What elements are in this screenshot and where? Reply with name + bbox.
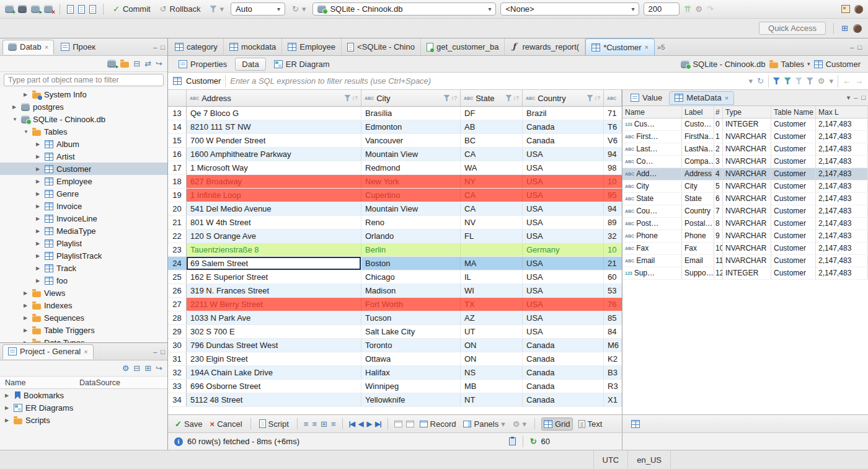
cell-country[interactable]: USA <box>523 148 604 161</box>
column-datasource[interactable]: DataSource <box>79 378 167 387</box>
tree-item[interactable]: ▶ Invoice <box>0 200 167 212</box>
cell-city[interactable]: Chicago <box>361 270 461 284</box>
cell-postalcode[interactable]: 10 <box>604 243 622 256</box>
tab-projects[interactable]: Проек <box>55 40 101 55</box>
editor-tab[interactable]: Employee <box>282 38 342 55</box>
meta-cell-name[interactable]: ABC City <box>622 181 682 192</box>
breadcrumb-tables[interactable]: Tables ▾ <box>769 60 810 69</box>
meta-cell-label[interactable]: FirstNa… <box>682 131 714 143</box>
meta-cell-maxlength[interactable]: 2,147,483 <box>816 131 868 143</box>
tree-item[interactable]: ▶ InvoiceLine <box>0 212 167 225</box>
cell-state[interactable]: FL <box>461 230 523 243</box>
table-row[interactable]: 23 Tauentzienstraße 8 Berlin Germany 10 <box>168 243 622 257</box>
meta-cell-label[interactable]: Phone <box>682 230 714 242</box>
meta-cell-name[interactable]: ABC Co… <box>622 156 682 168</box>
table-row[interactable]: 22 120 S Orange Ave Orlando FL USA 32 <box>168 230 622 243</box>
cell-country[interactable]: Brazil <box>523 107 604 120</box>
cell-address[interactable]: Qe 7 Bloco G <box>187 107 361 120</box>
meta-cell-number[interactable]: 10 <box>714 243 723 254</box>
cell-state[interactable]: BC <box>461 134 523 147</box>
cell-country[interactable]: USA <box>523 270 604 284</box>
column-filter-icon[interactable] <box>443 95 450 101</box>
row-number[interactable]: 13 <box>168 107 187 120</box>
cell-postalcode[interactable]: 89 <box>604 216 622 229</box>
column-filter-icon[interactable] <box>505 95 512 101</box>
maximize-panel-icon[interactable]: □ <box>861 94 866 102</box>
metadata-row[interactable]: ABC First… FirstNa… 1 NVARCHAR Customer … <box>622 131 868 143</box>
cell-city[interactable]: Winnipeg <box>361 380 461 393</box>
row-number[interactable]: 17 <box>168 161 187 174</box>
tree-item[interactable]: ▶ Indexes <box>0 299 167 311</box>
row-number[interactable]: 31 <box>168 352 187 365</box>
row-number[interactable]: 21 <box>168 216 187 229</box>
editor-tab[interactable]: rewards_report( <box>505 38 585 55</box>
view-menu-icon[interactable]: ↪ <box>156 364 162 373</box>
column-header-state[interactable]: ABC State ↕? <box>461 90 523 106</box>
meta-cell-name[interactable]: ABC Email <box>622 255 682 267</box>
project-settings-icon[interactable]: ⚙ <box>122 364 130 373</box>
tree-item[interactable]: ▶ Customer <box>0 163 167 175</box>
meta-cell-type[interactable]: INTEGER <box>723 118 771 130</box>
meta-cell-type[interactable]: NVARCHAR <box>723 181 771 192</box>
close-icon[interactable]: × <box>725 94 728 102</box>
meta-cell-label[interactable]: Country <box>682 205 714 217</box>
collapse-all-icon[interactable]: ⊟ <box>133 59 140 68</box>
row-number[interactable]: 34 <box>168 393 187 406</box>
cell-state[interactable]: CA <box>461 148 523 161</box>
project-tree-item[interactable]: ▶ Bookmarks <box>0 389 167 401</box>
sort-indicator-icon[interactable]: ↕? <box>513 95 519 101</box>
grid-view-button[interactable]: Grid <box>541 418 573 431</box>
connect-icon[interactable] <box>31 5 40 13</box>
link-with-editor-icon[interactable]: ⇄ <box>144 59 151 68</box>
meta-cell-table[interactable]: Customer <box>771 143 816 155</box>
metadata-row[interactable]: ABC Add… Address 4 NVARCHAR Customer 2,1… <box>622 168 868 181</box>
row-number[interactable]: 20 <box>168 202 187 215</box>
cell-address[interactable]: 120 S Orange Ave <box>187 230 361 243</box>
dbeaver-perspective-icon[interactable] <box>853 24 862 33</box>
panel-menu-icon[interactable]: ▾ <box>847 94 851 102</box>
cell-address[interactable]: 302 S 700 E <box>187 325 361 338</box>
cell-address[interactable]: 194A Chain Lake Drive <box>187 366 361 379</box>
expand-arrow-icon[interactable]: ▶ <box>12 104 18 110</box>
cell-country[interactable]: Canada <box>523 380 604 393</box>
expand-arrow-icon[interactable]: ▶ <box>36 253 42 259</box>
meta-cell-table[interactable]: Customer <box>771 118 816 130</box>
disconnect-icon[interactable] <box>44 5 53 13</box>
tree-item[interactable]: ▶ Album <box>0 138 167 150</box>
table-row[interactable]: 33 696 Osborne Street Winnipeg MB Canada… <box>168 380 622 393</box>
cell-city[interactable]: Madison <box>361 284 461 297</box>
cell-state[interactable]: TX <box>461 298 523 311</box>
meta-cell-maxlength[interactable]: 2,147,483 <box>816 156 868 168</box>
row-number[interactable]: 27 <box>168 298 187 311</box>
meta-column-table[interactable]: Table Name <box>771 106 816 118</box>
cell-postalcode[interactable]: M6 <box>604 339 622 352</box>
meta-cell-type[interactable]: NVARCHAR <box>723 168 771 180</box>
meta-column-label[interactable]: Label <box>682 106 714 118</box>
meta-column-number[interactable]: # <box>714 106 723 118</box>
meta-cell-type[interactable]: NVARCHAR <box>723 243 771 254</box>
table-row[interactable]: 18 627 Broadway New York NY USA 10 <box>168 175 622 189</box>
editor-tab[interactable]: mockdata <box>224 38 282 55</box>
expand-all-icon[interactable]: ⊞ <box>144 364 151 373</box>
meta-cell-name[interactable]: ABC Add… <box>622 168 682 180</box>
meta-cell-name[interactable]: ABC Fax <box>622 243 682 254</box>
cell-address[interactable]: 2211 W Berry Street <box>187 298 361 311</box>
project-tree-item[interactable]: ▶ Scripts <box>0 414 167 426</box>
maximize-editor-icon[interactable]: □ <box>857 43 862 51</box>
expand-arrow-icon[interactable]: ▶ <box>24 328 29 333</box>
cell-city[interactable]: Cupertino <box>361 189 461 202</box>
recent-sql-editor-icon[interactable] <box>89 5 96 14</box>
cell-address[interactable]: 696 Osborne Street <box>187 380 361 393</box>
expand-arrow-icon[interactable]: ▶ <box>36 228 42 234</box>
table-row[interactable]: 26 319 N. Frances Street Madison WI USA … <box>168 284 622 298</box>
table-row[interactable]: 31 230 Elgin Street Ottawa ON Canada K2 <box>168 352 622 366</box>
cell-country[interactable]: USA <box>523 175 604 188</box>
meta-cell-maxlength[interactable]: 2,147,483 <box>816 255 868 267</box>
tree-item[interactable]: ▶ postgres <box>0 100 167 113</box>
meta-cell-number[interactable]: 0 <box>714 118 723 130</box>
cell-postalcode[interactable]: 71 <box>604 107 622 120</box>
table-row[interactable]: 27 2211 W Berry Street Fort Worth TX USA… <box>168 298 622 311</box>
expand-arrow-icon[interactable]: ▶ <box>36 241 42 246</box>
metadata-row[interactable]: ABC Co… Compa… 3 NVARCHAR Customer 2,147… <box>622 156 868 168</box>
fetch-all-rows-icon[interactable]: ≡ <box>312 419 317 429</box>
